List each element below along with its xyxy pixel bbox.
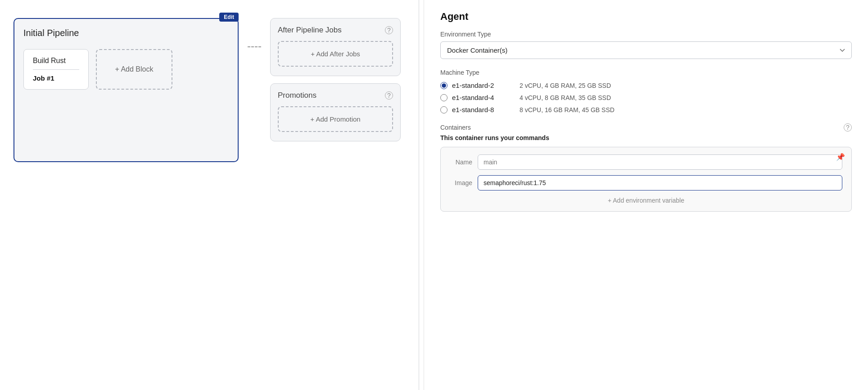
add-promotion-button[interactable]: + Add Promotion: [278, 106, 393, 132]
machine-type-label: Machine Type: [440, 69, 852, 76]
pin-icon[interactable]: 📌: [836, 153, 845, 161]
after-jobs-title: After Pipeline Jobs: [278, 26, 342, 35]
pipeline-connector: [248, 18, 261, 47]
promotions-title: Promotions: [278, 91, 316, 100]
connector-line: [248, 46, 261, 47]
add-env-var-link[interactable]: + Add environment variable: [450, 197, 842, 204]
container-image-input[interactable]: [478, 175, 842, 190]
job-block[interactable]: Build Rust Job #1: [23, 49, 89, 90]
machine-option-1: e1-standard-2 2 vCPU, 4 GB RAM, 25 GB SS…: [440, 82, 852, 89]
containers-subtitle: This container runs your commands: [440, 134, 852, 141]
after-jobs-panel: After Pipeline Jobs ? + Add After Jobs P…: [270, 18, 401, 141]
containers-header: Containers ?: [440, 123, 852, 132]
job-block-id: Job #1: [33, 74, 79, 82]
promotions-help-icon[interactable]: ?: [385, 91, 393, 100]
machine-name-3: e1-standard-8: [452, 106, 515, 113]
add-block-label: + Add Block: [115, 65, 154, 73]
job-block-name: Build Rust: [33, 57, 79, 70]
pipeline-block: Edit Initial Pipeline Build Rust Job #1 …: [14, 18, 239, 162]
right-panel: Agent Environment Type Docker Container(…: [424, 0, 868, 390]
machine-radio-1[interactable]: [440, 82, 448, 89]
machine-radio-3[interactable]: [440, 106, 448, 113]
agent-title: Agent: [440, 11, 852, 23]
container-card: 📌 Name Image + Add environment variable: [440, 147, 852, 212]
panel-divider: [419, 0, 419, 390]
container-name-label: Name: [450, 159, 472, 166]
machine-option-2: e1-standard-4 4 vCPU, 8 GB RAM, 35 GB SS…: [440, 94, 852, 101]
after-jobs-help-icon[interactable]: ?: [385, 26, 393, 34]
machine-specs-1: 2 vCPU, 4 GB RAM, 25 GB SSD: [520, 82, 611, 89]
left-panel: Edit Initial Pipeline Build Rust Job #1 …: [0, 0, 414, 390]
machine-radio-2[interactable]: [440, 94, 448, 101]
containers-help-icon[interactable]: ?: [844, 123, 852, 132]
container-image-label: Image: [450, 179, 472, 186]
promotions-header: Promotions ?: [278, 91, 393, 100]
container-name-input[interactable]: [478, 154, 842, 170]
machine-name-1: e1-standard-2: [452, 82, 515, 89]
add-after-jobs-button[interactable]: + Add After Jobs: [278, 41, 393, 67]
after-pipeline-jobs-section: After Pipeline Jobs ? + Add After Jobs: [270, 18, 401, 76]
container-image-row: Image: [450, 175, 842, 190]
pipeline-title: Initial Pipeline: [23, 28, 229, 38]
machine-type-section: Machine Type e1-standard-2 2 vCPU, 4 GB …: [440, 69, 852, 113]
edit-badge[interactable]: Edit: [219, 13, 239, 22]
env-type-label: Environment Type: [440, 31, 852, 38]
machine-option-3: e1-standard-8 8 vCPU, 16 GB RAM, 45 GB S…: [440, 106, 852, 113]
machine-specs-2: 4 vCPU, 8 GB RAM, 35 GB SSD: [520, 94, 611, 101]
promotions-section: Promotions ? + Add Promotion: [270, 83, 401, 141]
machine-specs-3: 8 vCPU, 16 GB RAM, 45 GB SSD: [520, 106, 615, 113]
add-block-button[interactable]: + Add Block: [96, 49, 172, 90]
containers-label: Containers: [440, 124, 471, 131]
pipeline-inner: Build Rust Job #1 + Add Block: [23, 49, 229, 90]
machine-name-2: e1-standard-4: [452, 94, 515, 101]
container-name-row: Name: [450, 154, 842, 170]
after-jobs-header: After Pipeline Jobs ?: [278, 26, 393, 35]
env-type-select[interactable]: Docker Container(s) Self-Hosted Machine: [440, 41, 852, 59]
